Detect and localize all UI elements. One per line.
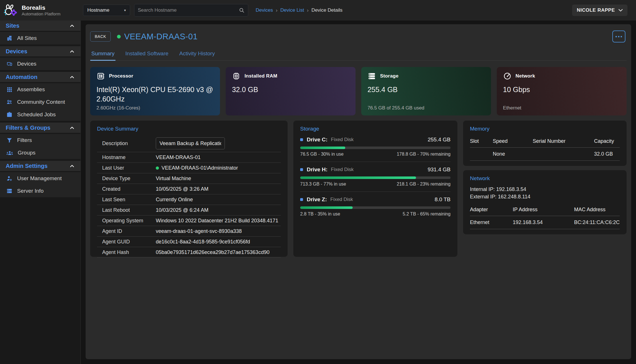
external-ip: External IP: 162.248.8.114 — [470, 193, 620, 200]
storage-panel: Storage Drive C: Fixed Disk 255.4 GB 76.… — [293, 121, 457, 257]
hostname-search[interactable] — [134, 4, 248, 17]
memory-speed-cell: None — [493, 148, 533, 161]
tab-installed-software[interactable]: Installed Software — [125, 50, 168, 60]
drive-z-usage-bar — [300, 206, 451, 209]
installed-ram-card: Installed RAM 32.0 GB — [226, 67, 356, 115]
tab-activity-history[interactable]: Activity History — [179, 50, 215, 60]
summary-row-created: Created 10/05/2025 @ 3:26 AM — [97, 184, 281, 194]
storage-card-sub: 76.5 GB of 255.4 GB used — [368, 105, 424, 111]
internal-ip: Internal IP: 192.168.3.54 — [470, 186, 620, 193]
search-input[interactable] — [138, 7, 239, 13]
user-gear-icon — [6, 175, 13, 182]
summary-row-last-user: Last User VEEAM-DRAAS-01\Administrator — [97, 163, 281, 173]
stat-cards: Processor Intel(R) Xeon(R) CPU E5-2690 v… — [90, 67, 627, 115]
drive-c-row: Drive C: Fixed Disk 255.4 GB 76.5 GB - 3… — [300, 132, 451, 157]
summary-row-agent-id: Agent ID veeam-draas-01-agent-svc-8930a3… — [97, 226, 281, 237]
network-card: Network 10 Gbps Ethernet — [497, 67, 627, 115]
drive-h-usage-bar — [300, 176, 451, 179]
top-bar: Borealis Automation Platform Hostname ▾ … — [0, 0, 636, 21]
device-summary-title: Device Summary — [97, 126, 281, 132]
memory-capacity-cell: 32.0 GB — [594, 148, 620, 161]
user-online-dot — [156, 166, 159, 170]
drive-h-row: Drive H: Fixed Disk 931.4 GB 713.3 GB - … — [300, 162, 451, 187]
back-button[interactable]: BACK — [90, 31, 111, 42]
memory-slot-cell — [470, 148, 493, 161]
installed-ram-card-value: 32.0 GB — [232, 85, 349, 94]
processor-card-value: Intel(R) Xeon(R) CPU E5-2690 v3 @ 2.60GH… — [96, 85, 214, 103]
device-details-container: BACK VEEAM-DRAAS-01 Summary Installed So… — [86, 24, 631, 359]
network-panel-title: Network — [470, 175, 620, 182]
search-field-select[interactable]: Hostname ▾ — [83, 5, 130, 16]
storage-panel-title: Storage — [300, 126, 451, 132]
main-area: BACK VEEAM-DRAAS-01 Summary Installed So… — [81, 21, 636, 364]
sidebar-item-filters[interactable]: Filters — [0, 134, 80, 147]
summary-row-hostname: Hostname VEEAM-DRAAS-01 — [97, 152, 281, 163]
borealis-logo-icon — [3, 3, 18, 18]
summary-row-agent-guid: Agent GUID de16c0c1-8aa2-4d18-9585-9ce91… — [97, 237, 281, 247]
building-icon — [6, 35, 13, 41]
storage-stack-icon — [368, 72, 376, 80]
device-online-dot — [117, 35, 121, 38]
speedometer-icon — [503, 72, 512, 80]
network-table: Adapter IP Address MAC Address Ethernet … — [470, 204, 620, 229]
drive-bullet-icon — [300, 138, 303, 141]
breadcrumb-devices[interactable]: Devices — [256, 7, 273, 13]
cpu-icon — [96, 72, 105, 80]
device-summary-panel: Device Summary Description Hostname VEEA… — [90, 121, 288, 257]
installed-ram-card-label: Installed RAM — [245, 73, 277, 79]
device-tabs: Summary Installed Software Activity Hist… — [90, 50, 627, 61]
sidebar-item-groups[interactable]: Groups — [0, 147, 80, 159]
sidebar-item-user-management[interactable]: User Management — [0, 172, 80, 185]
chevron-down-icon: ▾ — [124, 8, 126, 12]
breadcrumb-separator: › — [276, 7, 277, 13]
sidebar-section-sites[interactable]: Sites — [0, 21, 80, 32]
server-icon — [6, 188, 13, 194]
more-menu-button[interactable] — [612, 30, 625, 42]
sidebar-item-devices[interactable]: Devices — [0, 58, 80, 70]
user-menu[interactable]: NICOLE RAPPE — [572, 5, 627, 16]
drive-z-row: Drive Z: Fixed Disk 8.0 TB 2.8 TB - 35% … — [300, 192, 451, 217]
memory-serial-cell — [533, 148, 594, 161]
sidebar-section-admin-settings[interactable]: Admin Settings — [0, 161, 80, 172]
briefcase-icon — [6, 111, 13, 118]
summary-row-description: Description — [97, 135, 281, 152]
sidebar-section-filters-groups[interactable]: Filters & Groups — [0, 123, 80, 134]
ip-address-cell: 192.168.3.54 — [513, 216, 574, 229]
description-input[interactable] — [156, 137, 225, 149]
breadcrumb: Devices › Device List › Device Details — [256, 7, 342, 13]
summary-row-last-reboot: Last Reboot 10/03/2025 @ 6:24 AM — [97, 205, 281, 215]
sidebar-item-all-sites[interactable]: All Sites — [0, 32, 80, 44]
breadcrumb-separator: › — [307, 7, 309, 13]
summary-row-last-seen: Last Seen Currently Online — [97, 194, 281, 205]
brand-name: Borealis — [22, 4, 60, 11]
drive-bullet-icon — [300, 168, 303, 171]
summary-row-operating-system: Operating System Windows 10 2022 Datacen… — [97, 215, 281, 226]
memory-panel: Memory Slot Speed Serial Number Capacity… — [463, 121, 627, 166]
breadcrumb-device-list[interactable]: Device List — [280, 7, 304, 13]
more-menu-icon — [615, 36, 617, 37]
network-card-label: Network — [516, 73, 535, 79]
storage-card-value: 255.4 GB — [368, 85, 485, 94]
sidebar-item-community-content[interactable]: Community Content — [0, 96, 80, 108]
devices-icon — [6, 61, 13, 67]
sidebar-section-automation[interactable]: Automation — [0, 72, 80, 83]
memory-table: Slot Speed Serial Number Capacity None 3… — [470, 136, 620, 161]
user-name: NICOLE RAPPE — [577, 7, 615, 13]
sidebar-item-server-info[interactable]: Server Info — [0, 185, 80, 197]
adapter-cell: Ethernet — [470, 216, 513, 229]
device-title: VEEAM-DRAAS-01 — [124, 32, 197, 41]
ram-chip-icon — [232, 72, 241, 80]
sidebar: Sites All Sites Devices Devices — [0, 21, 81, 364]
sidebar-item-assemblies[interactable]: Assemblies — [0, 83, 80, 96]
tab-summary[interactable]: Summary — [91, 50, 114, 60]
breadcrumb-current: Device Details — [312, 7, 343, 13]
device-header: BACK VEEAM-DRAAS-01 — [90, 30, 627, 42]
search-field-select-value: Hostname — [87, 7, 109, 13]
drive-c-usage-bar — [300, 147, 451, 149]
processor-card: Processor Intel(R) Xeon(R) CPU E5-2690 v… — [90, 67, 220, 115]
sidebar-section-devices[interactable]: Devices — [0, 46, 80, 58]
network-card-sub: Ethernet — [503, 105, 521, 111]
sidebar-item-scheduled-jobs[interactable]: Scheduled Jobs — [0, 108, 80, 121]
summary-row-agent-hash: Agent Hash 05ba0e7935171d626ecea29b27d7a… — [97, 247, 281, 258]
storage-card: Storage 255.4 GB 76.5 GB of 255.4 GB use… — [361, 67, 491, 115]
